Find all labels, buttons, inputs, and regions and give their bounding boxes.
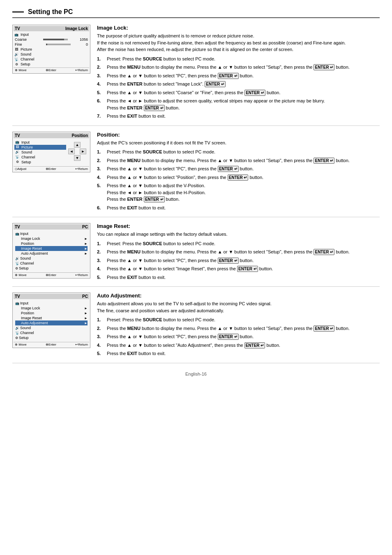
- step-text: Preset: Press the SOURCE button to selec…: [107, 240, 380, 247]
- step-number: 4.: [97, 174, 107, 181]
- channel-icon: 📡: [14, 58, 18, 61]
- section-image-lock: TVImage Lock📺Input Coarse 1056 Fine 0 🖼P…: [12, 25, 380, 126]
- tv-section-label: Image Lock: [65, 26, 88, 31]
- tv-item-label: ⚙Setup: [15, 266, 29, 270]
- step-number: 1.: [97, 240, 107, 247]
- enter-button-icon: ENTER ↵: [237, 266, 258, 272]
- tv-panel-header: TVImage Lock: [14, 26, 89, 31]
- step-list: 1.Preset: Press the SOURCE button to sel…: [97, 316, 380, 357]
- enter-button-icon: ENTER ↵: [314, 249, 334, 255]
- step-item: 2.Press the MENU button to display the m…: [97, 325, 380, 332]
- tv-row-label: Fine: [15, 42, 31, 46]
- tv-menu-list-item: Position►: [15, 241, 88, 246]
- tv-menu-row: 📺Input: [14, 32, 89, 37]
- step-text: Press the MENU button to display the men…: [107, 325, 380, 332]
- tv-panel-arrows: TVPosition📺Input🖼Picture🔊Sound📡Channel⚙S…: [12, 132, 90, 172]
- step-item: 4.Press the ENTER button to select "Imag…: [97, 81, 380, 88]
- tv-row-label: Picture: [21, 47, 32, 51]
- input-icon: 📺: [15, 140, 19, 144]
- step-item: 7.Press the EXIT button to exit.: [97, 113, 380, 120]
- tv-item-label: 📺Input: [15, 301, 28, 305]
- step-number: 2.: [97, 64, 107, 71]
- item-label-text: Input: [20, 301, 28, 305]
- submenu-arrow-icon: ►: [84, 307, 88, 310]
- step-text: Press the ▲ or ▼ button to select "PC", …: [107, 333, 380, 340]
- step-number: 4.: [97, 265, 107, 272]
- submenu-arrow-icon: ►: [84, 242, 88, 246]
- enter-button-icon: ENTER ↵: [244, 90, 265, 96]
- section-desc: You can replace all image settings with …: [97, 231, 380, 238]
- tv-label: TV: [15, 225, 20, 229]
- step-number: 1.: [97, 56, 107, 63]
- tv-menu-list-item: Auto Adjustment►: [15, 320, 88, 325]
- sections-container: TVImage Lock📺Input Coarse 1056 Fine 0 🖼P…: [12, 25, 380, 363]
- step-text: Press the MENU button to display the men…: [107, 248, 380, 255]
- tv-panel-footer: ⊕ Move⊕Enter↩Return: [14, 272, 89, 277]
- arrow-up: ▲: [74, 142, 81, 148]
- item-label-text: Sound: [20, 256, 31, 260]
- step-text: Press the ▲ or ▼ button to select "Image…: [107, 265, 380, 272]
- tv-item-label: 📺Input: [15, 232, 28, 236]
- section-desc: The purpose of picture quality adjustmen…: [97, 33, 380, 53]
- step-text: Press the ▲ or ▼ button to select "PC", …: [107, 72, 380, 79]
- arrow-left: ◄: [68, 149, 75, 154]
- step-number: 2.: [97, 325, 107, 332]
- channel-icon: 📡: [15, 262, 19, 265]
- header-decoration: [12, 11, 24, 13]
- step-text: Press the ▲ or ▼ button to select "PC", …: [107, 165, 380, 172]
- tv-panel-image-reset: TVPC📺InputImage Lock►Position►Image Rese…: [12, 223, 90, 282]
- footer-enter: ⊕Enter: [46, 273, 56, 277]
- footer-enter: ⊕Enter: [46, 167, 56, 171]
- section-desc: Auto adjustment allows you to set the TV…: [97, 300, 380, 314]
- picture-icon: 🖼: [16, 145, 19, 149]
- tv-section-label: PC: [82, 294, 88, 299]
- footer-return: ↩Return: [75, 343, 88, 346]
- tv-menu-row: 🖼Picture: [14, 145, 66, 150]
- step-text: Press the EXIT button to exit.: [107, 350, 380, 357]
- step-list: 1.Preset: Press the SOURCE button to sel…: [97, 149, 380, 211]
- tv-menu-row: 📺Input: [14, 140, 66, 145]
- tv-panel-footer: ⊕ Move⊕Enter↩Return: [14, 342, 89, 347]
- tv-menu-row: 📡Channel: [14, 155, 66, 160]
- step-number: 6.: [97, 204, 107, 211]
- item-label-text: Input: [20, 232, 28, 236]
- enter-button-icon: ENTER ↵: [314, 325, 334, 332]
- tv-item-label: 🔊Sound: [15, 326, 31, 330]
- tv-panel-footer: ⊕ Move⊕Enter↩Return: [14, 67, 89, 72]
- step-item: 5.Press the ▲ or ▼ button to select "Coa…: [97, 89, 380, 96]
- setup-icon: ⚙: [15, 267, 18, 270]
- submenu-arrow-icon: ►: [84, 237, 88, 241]
- tv-icon: 🔊: [14, 52, 19, 56]
- step-item: 4.Press the ▲ or ▼ button to select "Pos…: [97, 174, 380, 181]
- tv-item-label: Image Lock: [15, 237, 40, 241]
- tv-item-label: Image Reset: [15, 246, 42, 251]
- tv-icon: 📺: [14, 140, 20, 144]
- item-label-text: Auto Adjustment: [21, 321, 48, 325]
- submenu-arrow-icon: ►: [84, 316, 88, 320]
- tv-menu-list-item: Position►: [15, 311, 88, 316]
- tv-icon: ⚙: [14, 62, 19, 66]
- tv-row-value: 0: [86, 42, 88, 46]
- item-label-text: Channel: [20, 261, 34, 265]
- step-number: 5.: [97, 182, 107, 203]
- section-auto-adjustment: TVPC📺InputImage Lock►Position►Image Rese…: [12, 293, 380, 363]
- footer-return: ↩Return: [75, 68, 88, 72]
- channel-icon: 📡: [15, 155, 19, 159]
- tv-panel-footer: ◇Adjust⊕Enter↩Return: [14, 166, 89, 171]
- footer-move: ⊕ Move: [15, 343, 27, 346]
- content-position: Position:Adjust the PC's screen position…: [97, 132, 380, 213]
- tv-panel-menulist: TVPC📺InputImage Lock►Position►Image Rese…: [12, 293, 90, 348]
- sound-icon: 🔊: [15, 326, 19, 330]
- enter-button-icon: ENTER ↵: [218, 334, 239, 340]
- step-text: Press the EXIT button to exit.: [107, 204, 380, 211]
- tv-item-label: ⚙Setup: [15, 336, 29, 340]
- tv-panel-slider: TVImage Lock📺Input Coarse 1056 Fine 0 🖼P…: [12, 25, 90, 74]
- enter-button-icon: ENTER ↵: [314, 158, 334, 164]
- input-icon: 📺: [15, 232, 19, 236]
- tv-section-label: PC: [82, 225, 88, 229]
- step-number: 1.: [97, 316, 107, 323]
- tv-icon: 🔊: [14, 150, 20, 154]
- step-number: 3.: [97, 72, 107, 79]
- tv-menu-row: ⚙Setup: [14, 62, 89, 67]
- section-title: Image Lock:: [97, 25, 380, 31]
